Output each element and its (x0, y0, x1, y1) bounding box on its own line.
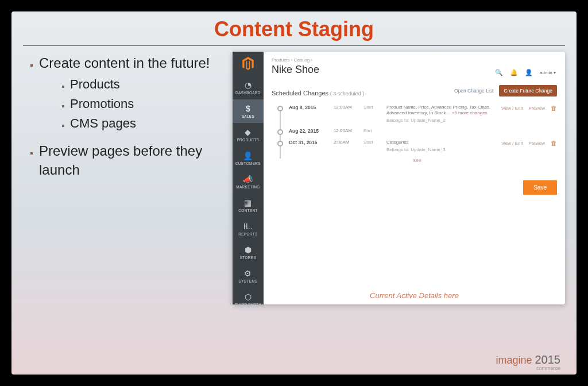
bell-icon[interactable]: 🔔 (510, 69, 518, 76)
footer-year: 2015 (535, 353, 561, 366)
timeline-dot-icon (277, 106, 283, 111)
nav-label: REPORTS (238, 232, 257, 236)
nav-label: THIRD PARTY (235, 303, 261, 307)
timeline-date: Aug 8, 2015 (289, 105, 328, 110)
magento-logo-icon (241, 56, 256, 71)
timeline-actions: View / Edit Preview 🗑 (501, 105, 557, 111)
nav-content[interactable]: ▦ CONTENT (233, 194, 264, 217)
timeline-belongs: Belongs to: Update_Name_3 (386, 147, 496, 153)
timeline-startend: Start (363, 105, 381, 110)
dollar-icon: $ (234, 104, 262, 113)
see-more-link[interactable]: see (277, 157, 557, 163)
timeline-desc: Categories Belongs to: Update_Name_3 (386, 140, 496, 153)
nav-products[interactable]: ◆ PRODUCTS (233, 123, 264, 146)
search-icon[interactable]: 🔍 (495, 69, 503, 76)
nav-reports[interactable]: ıl. REPORTS (233, 217, 264, 241)
timeline-row: Aug 22, 2015 12:00AM End (277, 126, 557, 137)
nav-stores[interactable]: ⬢ STORES (233, 241, 264, 264)
slide-bullets: Create content in the future! Products P… (23, 52, 227, 304)
nav-systems[interactable]: ⚙ SYSTEMS (233, 264, 264, 288)
footer-brand: imagine (496, 354, 532, 366)
app-main: Products › Catalog › Nike Shoe 🔍 🔔 👤 adm… (264, 52, 565, 304)
person-icon: 👤 (234, 151, 262, 160)
nav-label: SALES (242, 114, 254, 118)
nav-label: MARKETING (236, 185, 260, 189)
nav-label: DASHBOARD (235, 91, 261, 95)
timeline-dot-icon (277, 141, 283, 146)
nav-marketing[interactable]: 📣 MARKETING (233, 170, 264, 194)
bullet-1-1: Products (70, 76, 227, 93)
view-edit-link[interactable]: View / Edit (501, 106, 523, 111)
trash-icon[interactable]: 🗑 (551, 105, 557, 111)
bullet-1-3: CMS pages (70, 115, 227, 132)
timeline-startend: End (363, 128, 381, 133)
nav-customers[interactable]: 👤 CUSTOMERS (233, 146, 264, 170)
user-menu[interactable]: admin ▾ (540, 70, 556, 75)
topbar-actions: 🔍 🔔 👤 admin ▾ (495, 69, 556, 76)
timeline-belongs: Belongs to: Update_Name_2 (386, 118, 496, 123)
bullet-1: Create content in the future! Products P… (39, 54, 227, 132)
magento-app: ◔ DASHBOARD $ SALES ◆ PRODUCTS 👤 CUSTOME… (233, 52, 565, 304)
open-change-list-link[interactable]: Open Change List (454, 88, 494, 94)
slide-title: Content Staging (23, 17, 565, 46)
preview-link[interactable]: Preview (529, 141, 545, 146)
save-row: Save (272, 180, 557, 195)
current-active-note: Current Active Details here (264, 291, 565, 300)
scheduled-header: Scheduled Changes ( 3 scheduled ) Open C… (272, 85, 557, 96)
view-edit-link[interactable]: View / Edit (501, 141, 523, 146)
slide: Content Staging Create content in the fu… (11, 11, 577, 375)
bullet-1-2: Promotions (70, 95, 227, 113)
nav-label: STORES (240, 256, 256, 260)
bullet-2: Preview pages before they launch (39, 142, 227, 179)
grid-icon: ▦ (234, 198, 262, 207)
timeline-time: 12:00AM (334, 128, 358, 133)
timeline-more[interactable]: +5 more changes (452, 110, 488, 115)
hex-outline-icon: ⬡ (234, 292, 262, 302)
nav-dashboard[interactable]: ◔ DASHBOARD (233, 76, 264, 99)
bullet-text: Create content in the future! (39, 55, 210, 71)
hex-icon: ⬢ (234, 245, 262, 254)
preview-link[interactable]: Preview (529, 106, 545, 111)
timeline-time: 12:00AM (334, 105, 358, 110)
timeline-time: 2:00AM (334, 140, 358, 145)
scheduled-count: ( 3 scheduled ) (330, 91, 365, 96)
nav-label: CONTENT (238, 209, 258, 213)
app-nav: ◔ DASHBOARD $ SALES ◆ PRODUCTS 👤 CUSTOME… (233, 76, 264, 311)
nav-label: PRODUCTS (237, 138, 259, 142)
timeline-date: Aug 22, 2015 (289, 128, 328, 134)
timeline-dot-icon (277, 129, 283, 135)
nav-sales[interactable]: $ SALES (233, 99, 264, 123)
app-sidebar: ◔ DASHBOARD $ SALES ◆ PRODUCTS 👤 CUSTOME… (233, 52, 264, 304)
slide-footer: imagine 2015 commerce (496, 353, 560, 371)
create-future-change-button[interactable]: Create Future Change (499, 85, 557, 96)
nav-label: SYSTEMS (238, 279, 257, 283)
gear-icon: ⚙ (234, 269, 262, 278)
slide-body: Create content in the future! Products P… (23, 52, 565, 304)
timeline-startend: Start (363, 140, 381, 145)
timeline-desc: Product Name, Price, Advanced Pricing, T… (386, 105, 496, 123)
timeline-actions: View / Edit Preview 🗑 (501, 140, 557, 146)
timeline-row: Oct 31, 2015 2:00AM Start Categories Bel… (277, 137, 557, 155)
timeline-date: Oct 31, 2015 (289, 140, 328, 145)
user-icon[interactable]: 👤 (525, 69, 533, 76)
nav-third-party[interactable]: ⬡ THIRD PARTY (233, 288, 264, 311)
timeline-desc-text: Categories (386, 140, 409, 145)
diamond-icon: ◆ (234, 128, 262, 137)
bullet-text: Preview pages before they launch (39, 143, 202, 177)
footer-sub: commerce (496, 365, 560, 371)
dashboard-icon: ◔ (234, 80, 262, 90)
save-button[interactable]: Save (523, 180, 557, 195)
trash-icon[interactable]: 🗑 (551, 140, 557, 146)
scheduled-title: Scheduled Changes (272, 90, 328, 96)
nav-label: CUSTOMERS (235, 161, 261, 165)
breadcrumb[interactable]: Products › Catalog › (272, 57, 557, 63)
megaphone-icon: 📣 (234, 175, 262, 184)
bar-chart-icon: ıl. (234, 222, 262, 231)
scheduled-timeline: Aug 8, 2015 12:00AM Start Product Name, … (272, 102, 557, 163)
timeline-row: Aug 8, 2015 12:00AM Start Product Name, … (277, 102, 557, 126)
